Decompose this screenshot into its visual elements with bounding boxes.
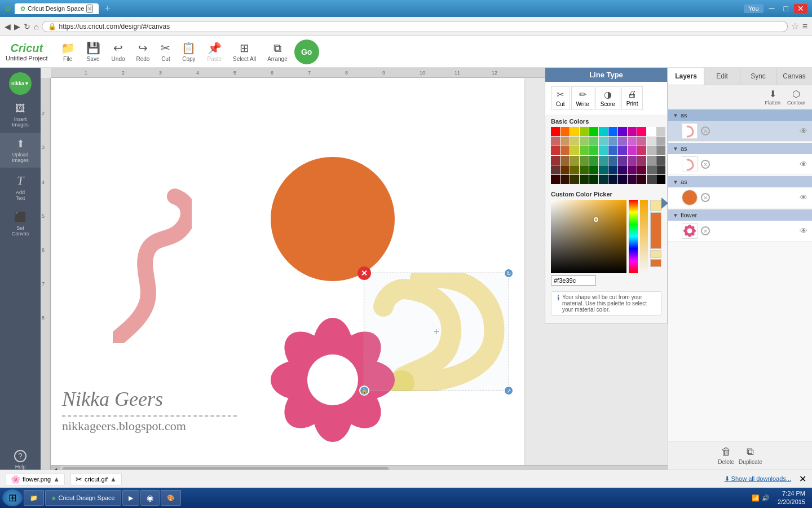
color-swatch[interactable]: [599, 127, 608, 136]
download-item-cricut[interactable]: ✂ cricut.gif ▲: [70, 473, 122, 485]
sidebar-item-insert-images[interactable]: 🖼 Insert Images: [0, 98, 41, 132]
color-swatch[interactable]: [637, 175, 646, 184]
color-swatch[interactable]: [599, 137, 608, 146]
color-swatch[interactable]: [608, 146, 617, 155]
layer-group-as3-header[interactable]: ▼ as: [668, 176, 812, 187]
color-swatch[interactable]: [637, 146, 646, 155]
color-swatch[interactable]: [647, 156, 656, 165]
color-swatch[interactable]: [589, 156, 598, 165]
color-swatch[interactable]: [628, 127, 637, 136]
color-swatch[interactable]: [580, 175, 589, 184]
color-swatch[interactable]: [608, 127, 617, 136]
color-swatch[interactable]: [580, 137, 589, 146]
color-swatch[interactable]: [618, 146, 627, 155]
color-swatch[interactable]: [570, 127, 579, 136]
color-swatch[interactable]: [608, 137, 617, 146]
color-swatch[interactable]: [647, 146, 656, 155]
line-type-cut[interactable]: ✂ Cut: [551, 86, 570, 110]
layer-eye-flower[interactable]: 👁: [800, 226, 807, 235]
color-swatch[interactable]: [628, 156, 637, 165]
color-swatch[interactable]: [599, 156, 608, 165]
line-type-panel-arrow[interactable]: [661, 198, 668, 209]
selection-close-button[interactable]: ✕: [358, 266, 371, 280]
bookmark-button[interactable]: ☆: [791, 21, 799, 32]
color-swatch[interactable]: [561, 156, 570, 165]
file-button[interactable]: 📁 File: [56, 39, 80, 64]
show-all-downloads-button[interactable]: ⬇ Show all downloads...: [725, 475, 791, 483]
maximize-button[interactable]: □: [780, 4, 792, 13]
color-swatch[interactable]: [656, 127, 665, 136]
color-swatch[interactable]: [608, 156, 617, 165]
tab-canvas[interactable]: Canvas: [776, 68, 812, 85]
flower-download-arrow[interactable]: ▲: [53, 475, 60, 483]
color-swatch[interactable]: [570, 165, 579, 174]
color-swatch[interactable]: [656, 165, 665, 174]
color-swatch[interactable]: [599, 146, 608, 155]
duplicate-layer-button[interactable]: ⧉ Duplicate: [739, 446, 762, 465]
taskbar-file-explorer[interactable]: 📁: [24, 490, 44, 506]
selection-box[interactable]: ✕ ↻ ↗ 🔒 +: [364, 273, 509, 391]
layer-group-as1-header[interactable]: ▼ as: [668, 110, 812, 121]
back-button[interactable]: ◀: [5, 22, 11, 31]
color-swatch[interactable]: [637, 137, 646, 146]
color-swatch[interactable]: [637, 127, 646, 136]
layer-item-as3[interactable]: ✕ 👁: [668, 187, 812, 208]
start-button[interactable]: ⊞: [2, 489, 23, 506]
redo-button[interactable]: ↪ Redo: [132, 39, 155, 64]
color-swatch[interactable]: [589, 127, 598, 136]
line-type-score[interactable]: ◑ Score: [595, 86, 620, 110]
undo-button[interactable]: ↩ Undo: [107, 39, 130, 64]
color-swatch[interactable]: [589, 175, 598, 184]
layer-group-as2-header[interactable]: ▼ as: [668, 143, 812, 154]
color-swatch[interactable]: [647, 137, 656, 146]
paste-button[interactable]: 📌 Paste: [202, 39, 226, 64]
flatten-button[interactable]: ⬇ Flatten: [762, 87, 783, 107]
home-button[interactable]: ⌂: [34, 22, 38, 31]
selection-handle-br[interactable]: ↗: [504, 386, 514, 396]
color-swatch[interactable]: [551, 127, 560, 136]
color-swatch[interactable]: [551, 175, 560, 184]
color-swatch[interactable]: [656, 146, 665, 155]
color-swatch[interactable]: [580, 146, 589, 155]
color-swatch[interactable]: [656, 137, 665, 146]
close-downloads-button[interactable]: ✕: [799, 474, 806, 484]
taskbar-media[interactable]: ▶: [122, 490, 139, 506]
select-all-button[interactable]: ⊞ Select All: [228, 39, 261, 64]
layer-eye-as2[interactable]: 👁: [800, 160, 807, 169]
color-swatch[interactable]: [589, 165, 598, 174]
color-swatch[interactable]: [647, 127, 656, 136]
cricut-download-arrow[interactable]: ▲: [110, 475, 117, 483]
contour-button[interactable]: ⬡ Contour: [785, 87, 807, 107]
tab-sync[interactable]: Sync: [740, 68, 776, 85]
color-swatch[interactable]: [599, 175, 608, 184]
layer-close-as2[interactable]: ✕: [701, 160, 710, 169]
color-swatch[interactable]: [551, 156, 560, 165]
layer-close-as1[interactable]: ✕: [701, 126, 710, 135]
taskbar-chrome[interactable]: ◉: [140, 490, 160, 506]
tab-layers[interactable]: Layers: [668, 68, 704, 85]
color-swatch[interactable]: [628, 146, 637, 155]
go-button[interactable]: Go: [294, 40, 319, 64]
color-swatch[interactable]: [647, 175, 656, 184]
color-swatch[interactable]: [580, 156, 589, 165]
user-avatar-button[interactable]: nikka▼: [9, 72, 32, 95]
hue-slider[interactable]: [629, 200, 638, 273]
color-swatch[interactable]: [561, 137, 570, 146]
download-item-flower[interactable]: 🌸 flower.png ▲: [6, 473, 65, 485]
color-swatch[interactable]: [561, 165, 570, 174]
color-swatch[interactable]: [656, 156, 665, 165]
color-picker-area[interactable]: [551, 200, 626, 273]
hex-color-input[interactable]: [551, 275, 596, 286]
taskbar-browser[interactable]: ● Cricut Design Space: [45, 490, 121, 506]
color-swatch[interactable]: [618, 127, 627, 136]
sidebar-item-set-canvas[interactable]: ⬛ Set Canvas: [0, 207, 41, 241]
user-badge[interactable]: You: [744, 4, 764, 13]
color-swatch[interactable]: [608, 175, 617, 184]
color-swatch[interactable]: [628, 137, 637, 146]
browser-tab[interactable]: ✿ Cricut Design Space ✕: [15, 3, 99, 14]
tab-close-button[interactable]: ✕: [86, 5, 93, 13]
selection-handle-bl[interactable]: 🔒: [359, 386, 369, 396]
arrange-button[interactable]: ⧉ Arrange: [263, 40, 292, 64]
new-tab-button[interactable]: +: [102, 3, 113, 15]
color-swatch[interactable]: [618, 175, 627, 184]
